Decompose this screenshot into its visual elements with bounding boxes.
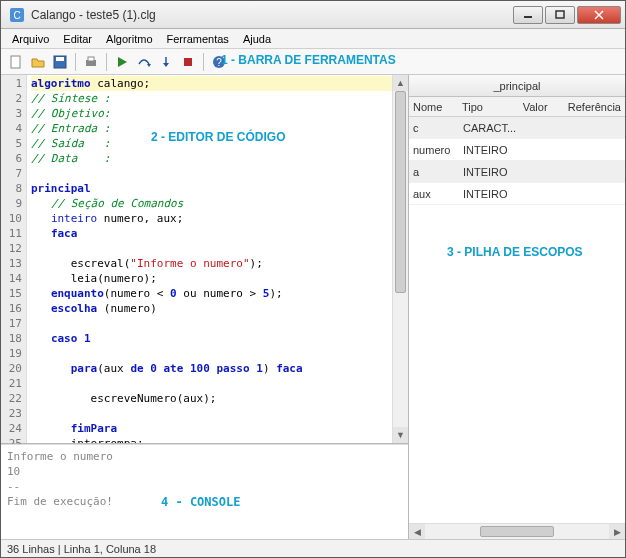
cell-tipo: CARACT...: [459, 122, 521, 134]
new-file-icon[interactable]: [6, 52, 26, 72]
scope-panel: _principal Nome Tipo Valor Referência cC…: [409, 75, 625, 539]
code-line[interactable]: para(aux de 0 ate 100 passo 1) faca: [31, 361, 392, 376]
annotation-scopes: 3 - PILHA DE ESCOPOS: [447, 245, 583, 259]
cell-tipo: INTEIRO: [459, 166, 521, 178]
scroll-left-icon[interactable]: ◀: [409, 524, 425, 539]
status-text: 36 Linhas | Linha 1, Coluna 18: [7, 543, 156, 555]
print-icon[interactable]: [81, 52, 101, 72]
col-header-nome[interactable]: Nome: [409, 101, 458, 113]
code-line[interactable]: [31, 241, 392, 256]
scope-tab[interactable]: _principal: [409, 75, 625, 97]
scroll-right-icon[interactable]: ▶: [609, 524, 625, 539]
table-row[interactable]: numeroINTEIRO: [409, 139, 625, 161]
code-line[interactable]: algoritmo calango;: [31, 76, 392, 91]
line-number: 17: [1, 316, 22, 331]
line-number: 5: [1, 136, 22, 151]
app-icon: C: [9, 7, 25, 23]
col-header-tipo[interactable]: Tipo: [458, 101, 519, 113]
scope-h-scrollbar[interactable]: ◀ ▶: [409, 523, 625, 539]
close-button[interactable]: [577, 6, 621, 24]
table-row[interactable]: aINTEIRO: [409, 161, 625, 183]
code-line[interactable]: caso 1: [31, 331, 392, 346]
code-line[interactable]: enquanto(numero < 0 ou numero > 5);: [31, 286, 392, 301]
code-line[interactable]: // Síntese :: [31, 91, 392, 106]
menu-editar[interactable]: Editar: [56, 31, 99, 47]
svg-rect-8: [56, 57, 64, 61]
menu-algoritmo[interactable]: Algoritmo: [99, 31, 159, 47]
code-line[interactable]: // Objetivo:: [31, 106, 392, 121]
code-line[interactable]: leia(numero);: [31, 271, 392, 286]
open-file-icon[interactable]: [28, 52, 48, 72]
code-line[interactable]: interrompa;: [31, 436, 392, 443]
line-number: 6: [1, 151, 22, 166]
code-editor[interactable]: 1234567891011121314151617181920212223242…: [1, 75, 408, 444]
line-number: 22: [1, 391, 22, 406]
code-line[interactable]: escolha (numero): [31, 301, 392, 316]
line-number: 18: [1, 331, 22, 346]
menu-arquivo[interactable]: Arquivo: [5, 31, 56, 47]
code-area[interactable]: algoritmo calango;// Síntese :// Objetiv…: [27, 75, 392, 443]
code-line[interactable]: [31, 406, 392, 421]
scroll-track[interactable]: [393, 91, 408, 427]
stop-icon[interactable]: [178, 52, 198, 72]
line-number: 16: [1, 301, 22, 316]
run-icon[interactable]: [112, 52, 132, 72]
cell-nome: numero: [409, 144, 459, 156]
step-over-icon[interactable]: [134, 52, 154, 72]
code-line[interactable]: [31, 316, 392, 331]
console-line: 10: [7, 464, 402, 479]
line-number: 9: [1, 196, 22, 211]
code-line[interactable]: fimPara: [31, 421, 392, 436]
save-icon[interactable]: [50, 52, 70, 72]
code-line[interactable]: // Saída :: [31, 136, 392, 151]
console-panel[interactable]: Informe o numero 10 -- Fim de execução! …: [1, 444, 408, 539]
cell-nome: c: [409, 122, 459, 134]
menu-ajuda[interactable]: Ajuda: [236, 31, 278, 47]
code-line[interactable]: // Entrada :: [31, 121, 392, 136]
line-number: 20: [1, 361, 22, 376]
line-number: 1: [1, 76, 22, 91]
scope-fill: 3 - PILHA DE ESCOPOS: [409, 205, 625, 523]
line-number: 2: [1, 91, 22, 106]
toolbar-separator: [106, 53, 107, 71]
code-line[interactable]: [31, 376, 392, 391]
window-controls: [511, 6, 621, 24]
svg-marker-11: [118, 57, 127, 67]
line-number: 8: [1, 181, 22, 196]
code-line[interactable]: escreval("Informe o numero");: [31, 256, 392, 271]
scroll-thumb[interactable]: [395, 91, 406, 293]
line-number: 21: [1, 376, 22, 391]
step-into-icon[interactable]: [156, 52, 176, 72]
code-line[interactable]: [31, 166, 392, 181]
table-row[interactable]: auxINTEIRO: [409, 183, 625, 205]
svg-text:C: C: [13, 10, 20, 21]
minimize-button[interactable]: [513, 6, 543, 24]
scroll-h-thumb[interactable]: [480, 526, 554, 537]
scroll-h-track[interactable]: [425, 524, 609, 539]
left-column: 1234567891011121314151617181920212223242…: [1, 75, 409, 539]
line-gutter: 1234567891011121314151617181920212223242…: [1, 75, 27, 443]
line-number: 15: [1, 286, 22, 301]
col-header-ref[interactable]: Referência: [564, 101, 625, 113]
code-line[interactable]: // Data :: [31, 151, 392, 166]
scroll-down-icon[interactable]: ▼: [393, 427, 408, 443]
table-row[interactable]: cCARACT...: [409, 117, 625, 139]
code-line[interactable]: [31, 346, 392, 361]
menu-ferramentas[interactable]: Ferramentas: [160, 31, 236, 47]
code-line[interactable]: escreveNumero(aux);: [31, 391, 392, 406]
svg-rect-6: [11, 56, 20, 68]
line-number: 7: [1, 166, 22, 181]
code-line[interactable]: // Seção de Comandos: [31, 196, 392, 211]
col-header-valor[interactable]: Valor: [519, 101, 564, 113]
code-line[interactable]: faca: [31, 226, 392, 241]
code-line[interactable]: principal: [31, 181, 392, 196]
titlebar: C Calango - teste5 (1).clg: [1, 1, 625, 29]
code-line[interactable]: inteiro numero, aux;: [31, 211, 392, 226]
editor-scrollbar[interactable]: ▲ ▼: [392, 75, 408, 443]
scroll-up-icon[interactable]: ▲: [393, 75, 408, 91]
toolbar-separator: [75, 53, 76, 71]
maximize-button[interactable]: [545, 6, 575, 24]
svg-marker-12: [147, 64, 151, 67]
help-icon[interactable]: ?: [209, 52, 229, 72]
app-window: C Calango - teste5 (1).clg Arquivo Edita…: [0, 0, 626, 558]
